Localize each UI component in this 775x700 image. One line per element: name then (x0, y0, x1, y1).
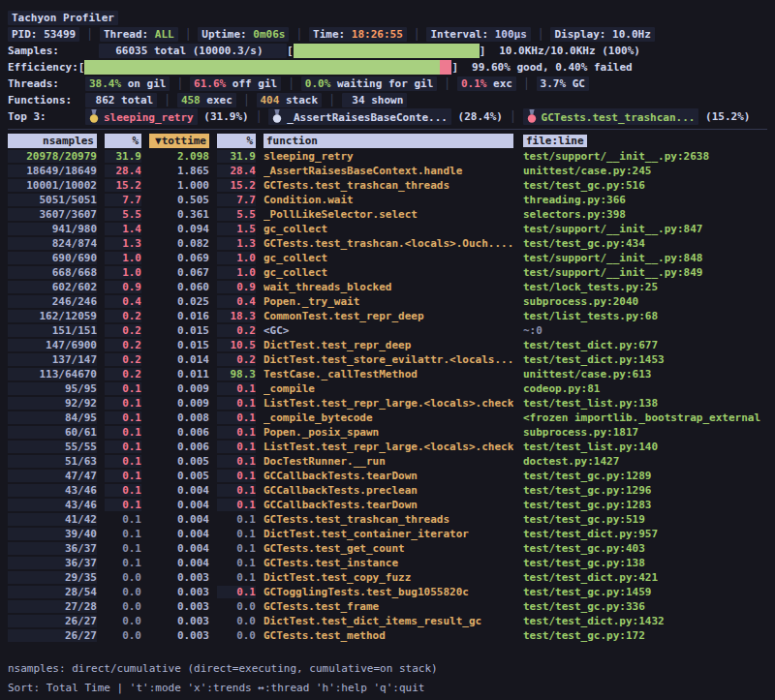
table-header-row: nsamples%▼tottime%functionfile:line (8, 133, 767, 148)
cumulative-pct-cell: 28.4 (217, 165, 256, 177)
direct-pct-cell: 0.1 (105, 470, 141, 482)
function-stat-value: 34 (346, 94, 365, 107)
status-item-label: PID: (12, 28, 44, 41)
file-line-cell: test/test_gc.py:1459 (523, 586, 767, 598)
cumulative-pct-cell: 0.1 (217, 455, 256, 468)
tottime-cell: 0.067 (149, 266, 209, 279)
separator: │ (531, 28, 551, 41)
cumulative-pct-cell: 0.1 (217, 470, 256, 482)
functions-stats: 862 total│458 exec│404 stack│ 34 shown (85, 93, 407, 107)
file-line-cell: unittest/case.py:245 (523, 165, 767, 177)
column-header-tottime[interactable]: ▼tottime (149, 134, 209, 148)
direct-pct-cell: 1.4 (105, 223, 141, 235)
file-line-cell: threading.py:366 (523, 194, 767, 206)
direct-pct-cell: 31.9 (105, 150, 141, 163)
table-row: 147/69000.20.01510.5DictTest.test_repr_d… (8, 338, 767, 352)
samples-label: Samples: (8, 45, 85, 57)
functions-label: Functions: (8, 94, 85, 107)
direct-pct-cell: 15.2 (105, 179, 141, 192)
direct-pct-cell: 0.1 (105, 513, 141, 526)
function-cell: wait_threads_blocked (264, 281, 513, 293)
samples-rate: 10.0KHz/10.0KHz (100%) (499, 45, 640, 57)
column-header-function[interactable]: function (264, 134, 513, 148)
threads-label: Threads: (8, 77, 85, 90)
tottime-cell: 0.005 (149, 455, 209, 468)
file-line-cell: test/support/__init__.py:849 (523, 266, 767, 279)
function-cell: GCTests.test_get_count (264, 542, 513, 555)
column-header-%[interactable]: % (105, 134, 141, 148)
file-line-cell: subprocess.py:2040 (523, 295, 767, 308)
tottime-cell: 0.361 (149, 208, 209, 221)
table-row: 151/1510.20.0150.2<GC>~:0 (8, 323, 767, 338)
function-cell: GCCallbackTests.tearDown (264, 470, 513, 482)
function-cell: GCTests.test_trashcan_threads (264, 179, 513, 192)
direct-pct-cell: 0.9 (105, 281, 141, 293)
samples-total: 66035 total (10000.3/s) (99, 44, 287, 58)
direct-pct-cell: 0.2 (105, 353, 141, 366)
nsamples-cell: 941/980 (8, 223, 97, 235)
status-item-label: Uptime: (202, 28, 253, 41)
samples-bar-close-bracket: ] (480, 45, 486, 57)
separator: │ (157, 94, 177, 107)
separator: │ (281, 77, 301, 90)
tottime-cell: 0.015 (149, 324, 209, 337)
cumulative-pct-cell: 0.0 (217, 629, 256, 642)
file-line-cell: test/test_gc.py:516 (523, 179, 767, 192)
nsamples-cell: 824/874 (8, 237, 97, 250)
nsamples-cell: 137/147 (8, 353, 97, 366)
tottime-cell: 0.004 (149, 557, 209, 569)
separator: │ (503, 110, 523, 123)
table-row: 18649/1864928.41.86528.4_AssertRaisesBas… (8, 164, 767, 178)
tottime-cell: 1.865 (149, 165, 209, 177)
tachyon-profiler-window: Tachyon Profiler PID: 53499│Thread: ALL│… (0, 0, 775, 700)
direct-pct-cell: 0.1 (105, 441, 141, 453)
tottime-cell: 0.004 (149, 499, 209, 511)
status-item-label: Interval: (430, 28, 494, 41)
column-header-file-line[interactable]: file:line (523, 135, 767, 147)
function-cell: DictTest.test_dict_items_result_gc (264, 615, 513, 627)
status-item-value: 100μs (495, 28, 527, 41)
file-line-cell: <frozen importlib._bootstrap_external (523, 411, 767, 424)
direct-pct-cell: 0.0 (105, 629, 141, 642)
function-stat-value: 404 (261, 94, 280, 107)
function-cell: GCTests.test_trashcan.<locals>.Ouch.... (264, 237, 513, 250)
nsamples-cell: 60/61 (8, 426, 97, 439)
cumulative-pct-cell: 0.1 (217, 484, 256, 497)
table-row: 20978/2097931.92.09831.9sleeping_retryte… (8, 149, 767, 164)
samples-bar-open-bracket: [ (287, 45, 294, 57)
file-line-cell: codeop.py:81 (523, 382, 767, 395)
status-item: Display: 10.0Hz (550, 27, 654, 42)
top3-row: Top 3:sleeping_retry (31.9%)│_AssertRais… (8, 108, 767, 125)
thread-stat: 38.4% on gil (85, 76, 170, 91)
top3-entry-rank-3: GCTests.test_trashcan... (523, 108, 699, 125)
direct-pct-cell: 28.4 (105, 165, 141, 177)
function-cell: <GC> (264, 324, 513, 337)
nsamples-cell: 47/47 (8, 470, 97, 482)
file-line-cell: test/support/__init__.py:848 (523, 252, 767, 264)
status-item-value: 0m06s (253, 28, 285, 41)
separator: │ (249, 110, 269, 123)
table-row: 824/8741.30.0821.3GCTests.test_trashcan.… (8, 236, 767, 251)
cumulative-pct-cell: 1.3 (217, 237, 256, 250)
table-row: 941/9801.40.0941.5gc_collecttest/support… (8, 222, 767, 236)
footer-keybindings: Sort: Total Time | 't':mode 'x':trends ↔… (8, 678, 767, 697)
separator: │ (236, 94, 257, 107)
function-cell: ListTest.test_repr_large.<locals>.check (264, 441, 513, 453)
direct-pct-cell: 0.1 (105, 557, 141, 569)
function-cell: GCTogglingTests.test_bug1055820c (264, 586, 513, 598)
direct-pct-cell: 0.0 (105, 586, 141, 598)
thread-stat-value: 38.4% (89, 77, 121, 90)
direct-pct-cell: 0.1 (105, 499, 141, 511)
thread-stat-value: 61.6% (194, 77, 226, 90)
thread-stat-label: off gil (226, 77, 277, 90)
nsamples-cell: 690/690 (8, 252, 97, 264)
column-header-nsamples[interactable]: nsamples (8, 134, 97, 148)
table-row: 51/630.10.0050.1DocTestRunner.__rundocte… (8, 454, 767, 469)
column-header-%[interactable]: % (217, 134, 256, 148)
cumulative-pct-cell: 18.3 (217, 310, 256, 322)
cumulative-pct-cell: 0.1 (217, 542, 256, 555)
file-line-cell: test/support/__init__.py:847 (523, 223, 767, 235)
status-item: Time: 18:26:55 (309, 27, 407, 42)
table-row: 39/400.10.0040.1DictTest.test_container_… (8, 527, 767, 541)
cumulative-pct-cell: 0.1 (217, 426, 256, 439)
